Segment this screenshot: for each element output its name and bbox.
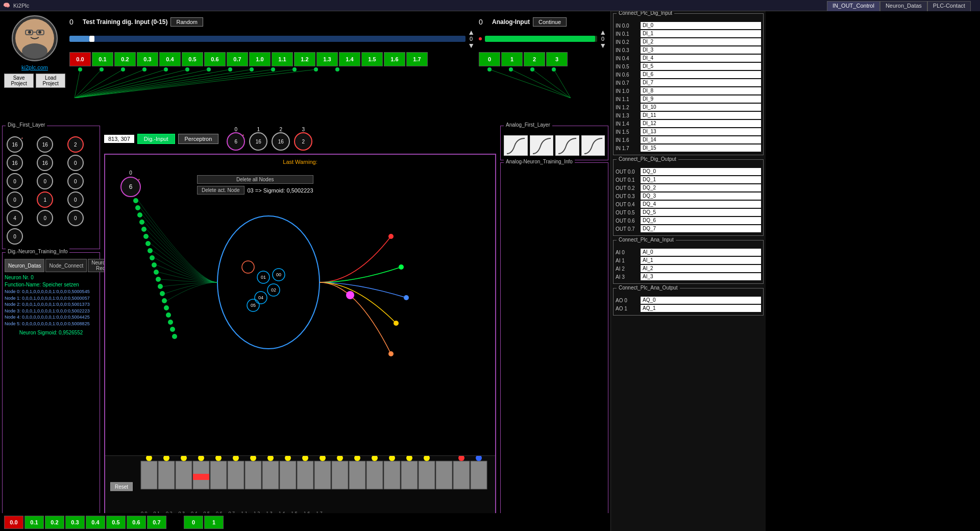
out-digit-7[interactable]: 0.7 <box>147 516 166 529</box>
ni-circle-3[interactable]: 2 <box>294 132 312 151</box>
func-chart-2[interactable] <box>555 135 579 156</box>
neural-viz[interactable]: Last Warning: Delete all Nodes Delete ac… <box>104 154 496 518</box>
tab-neuron-datas[interactable]: Neuron_Datas <box>880 1 927 11</box>
func-chart-1[interactable] <box>530 135 554 156</box>
func-chart-0[interactable] <box>504 135 528 156</box>
neuron-12[interactable]: 4 <box>7 210 23 226</box>
dig-scroll-down[interactable]: ▼ <box>468 42 475 49</box>
neuron-9[interactable]: 0 <box>7 191 23 208</box>
rp-val-in00[interactable]: DI_0 <box>641 22 761 29</box>
rp-val-in13[interactable]: DI_11 <box>641 112 761 119</box>
out-digit-4[interactable]: 0.4 <box>86 516 105 529</box>
dig-digit-5[interactable]: 0.5 <box>182 52 203 66</box>
delete-all-nodes-button[interactable]: Delete all Nodes <box>197 175 313 184</box>
website-link[interactable]: ki2plc.com <box>21 64 48 70</box>
ni-circle-1[interactable]: 16 <box>249 132 267 151</box>
analog-slider[interactable] <box>485 36 597 42</box>
out-digit-6[interactable]: 0.6 <box>127 516 146 529</box>
neuron-13[interactable]: 0 <box>37 210 53 226</box>
rp-val-in06[interactable]: DI_6 <box>641 71 761 78</box>
rp-ai2[interactable]: AI_2 <box>641 265 761 272</box>
rp-val-in12[interactable]: DI_10 <box>641 104 761 111</box>
neuron-3[interactable]: 16 <box>7 155 23 171</box>
save-project-button[interactable]: Save Project <box>4 74 34 88</box>
out-digit-extra-0[interactable]: 0 <box>184 516 203 529</box>
out-digit-extra-1[interactable]: 1 <box>204 516 224 529</box>
neuron-10[interactable]: 1 <box>37 191 53 208</box>
rp-out04[interactable]: DQ_4 <box>641 201 761 208</box>
dig-digit-14[interactable]: 1.4 <box>339 52 360 66</box>
dig-digit-7[interactable]: 0.7 <box>227 52 248 66</box>
neuron-0[interactable]: 16* <box>7 136 23 153</box>
rp-val-in15[interactable]: DI_13 <box>641 128 761 135</box>
analog-scroll-down[interactable]: ▼ <box>599 42 606 49</box>
out-digit-3[interactable]: 0.3 <box>65 516 85 529</box>
neuron-4[interactable]: 16 <box>37 155 53 171</box>
rp-val-in04[interactable]: DI_4 <box>641 55 761 62</box>
rp-out07[interactable]: DQ_7 <box>641 225 761 232</box>
neuron-14[interactable]: 0 <box>67 210 84 226</box>
out-digit-1[interactable]: 0.1 <box>24 516 44 529</box>
load-project-button[interactable]: Load Project <box>36 74 65 88</box>
tab-neuron-datas[interactable]: Neuron_Datas <box>5 259 44 272</box>
neuron-2[interactable]: 2 <box>67 136 84 153</box>
neuron-6[interactable]: 0 <box>7 173 23 189</box>
dig-digit-0[interactable]: 0.0 <box>69 52 91 66</box>
rp-ai1[interactable]: AI_1 <box>641 257 761 264</box>
ana-digit-3[interactable]: 3 <box>546 52 568 66</box>
ana-digit-0[interactable]: 0 <box>479 52 500 66</box>
neuron-5[interactable]: 0 <box>67 155 84 171</box>
rp-val-in10[interactable]: DI_8 <box>641 87 761 94</box>
rp-val-in05[interactable]: DI_5 <box>641 63 761 70</box>
tab-node-connect[interactable]: Node_Connect <box>45 259 87 272</box>
dig-scroll-up[interactable]: ▲ <box>468 29 475 36</box>
dig-digit-17[interactable]: 1.7 <box>406 52 428 66</box>
tab-in-out-control[interactable]: IN_OUT_Control <box>827 1 880 11</box>
dig-digit-15[interactable]: 1.5 <box>361 52 383 66</box>
dig-digit-13[interactable]: 1.3 <box>316 52 338 66</box>
reset-button[interactable]: Reset <box>110 482 133 491</box>
dig-digit-1[interactable]: 0.1 <box>92 52 113 66</box>
neuron-15[interactable]: 0 <box>7 228 23 245</box>
rp-ai0[interactable]: AI_0 <box>641 249 761 256</box>
dig-digit-6[interactable]: 0.6 <box>204 52 226 66</box>
continue-button[interactable]: Continue <box>533 17 567 27</box>
rp-val-in11[interactable]: DI_9 <box>641 95 761 103</box>
dig-digit-11[interactable]: 1.1 <box>272 52 293 66</box>
rp-val-in17[interactable]: DI_15 <box>641 144 761 152</box>
delete-act-node-button[interactable]: Delete act. Node <box>197 186 244 195</box>
rp-out02[interactable]: DQ_2 <box>641 184 761 191</box>
out-digit-2[interactable]: 0.2 <box>45 516 64 529</box>
rp-out01[interactable]: DQ_1 <box>641 176 761 183</box>
tab-plc-contact[interactable]: PLC-Contact <box>927 1 971 11</box>
perceptron-button[interactable]: Perceptron <box>178 134 219 144</box>
func-chart-3[interactable] <box>581 135 605 156</box>
ni-circle-2[interactable]: 16 <box>272 132 290 151</box>
out-digit-0[interactable]: 0.0 <box>4 516 23 529</box>
dig-digit-10[interactable]: 1.0 <box>249 52 271 66</box>
ana-digit-1[interactable]: 1 <box>501 52 523 66</box>
neuron-1[interactable]: 16 <box>37 136 53 153</box>
rp-out00[interactable]: DQ_0 <box>641 168 761 175</box>
dig-digit-4[interactable]: 0.4 <box>159 52 181 66</box>
rp-out05[interactable]: DQ_5 <box>641 209 761 216</box>
rp-val-in14[interactable]: DI_12 <box>641 120 761 127</box>
rp-out06[interactable]: DQ_6 <box>641 217 761 224</box>
analog-scroll-up[interactable]: ▲ <box>599 29 606 36</box>
neuron-8[interactable]: 0 <box>67 173 84 189</box>
random-button[interactable]: Random <box>170 17 203 27</box>
dig-digit-3[interactable]: 0.3 <box>137 52 158 66</box>
dig-input-slider[interactable] <box>69 36 465 42</box>
rp-ao0[interactable]: AQ_0 <box>641 297 761 304</box>
dig-digit-12[interactable]: 1.2 <box>294 52 315 66</box>
ana-digit-2[interactable]: 2 <box>524 52 545 66</box>
rp-val-in01[interactable]: DI_1 <box>641 30 761 37</box>
out-digit-5[interactable]: 0.5 <box>106 516 126 529</box>
rp-out03[interactable]: DQ_3 <box>641 192 761 200</box>
rp-val-in07[interactable]: DI_7 <box>641 79 761 86</box>
rp-val-in16[interactable]: DI_14 <box>641 136 761 143</box>
neuron-7[interactable]: 0 <box>37 173 53 189</box>
rp-val-in02[interactable]: DI_2 <box>641 38 761 45</box>
ni-circle-0[interactable]: 6* <box>227 132 245 151</box>
rp-val-in03[interactable]: DI_3 <box>641 46 761 54</box>
